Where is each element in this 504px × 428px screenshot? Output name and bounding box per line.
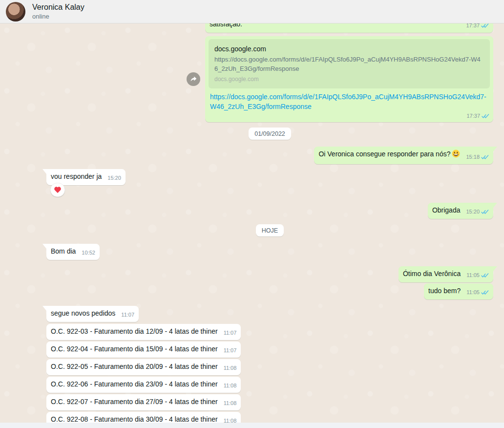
- message-text: Ótimo dia Verônica: [403, 269, 461, 278]
- message-meta: 11:08: [224, 381, 237, 390]
- message-meta: 15:20: [466, 207, 489, 216]
- link-preview-domain: docs.google.com: [214, 75, 484, 84]
- link-preview-title: docs.google.com: [214, 44, 484, 54]
- message-text: tudo bem?: [428, 286, 461, 296]
- message-time: 15:20: [466, 207, 480, 216]
- message-row: 01/09/2022: [46, 128, 493, 140]
- contact-info[interactable]: Veronica Kalay online: [32, 2, 84, 21]
- incoming-message[interactable]: vou responder ja 15:20: [46, 169, 126, 185]
- message-meta: 17:37: [466, 111, 489, 121]
- message-time: 11:08: [224, 364, 237, 373]
- message-row: satisfação. 17:37: [46, 23, 493, 33]
- incoming-message[interactable]: segue novos pedidos 11:07: [46, 306, 139, 322]
- message-text: O.C. 922-04 - Faturamento dia 15/09 - 4 …: [51, 344, 218, 354]
- contact-name: Veronica Kalay: [32, 2, 84, 12]
- outgoing-message[interactable]: Obrigada 15:20: [428, 203, 493, 219]
- incoming-message[interactable]: Bom dia 10:52: [46, 244, 100, 260]
- message-meta: 11:08: [224, 416, 237, 423]
- message-row: HOJE: [46, 224, 493, 236]
- contact-avatar[interactable]: [6, 2, 25, 21]
- message-meta: 17:37: [466, 23, 489, 30]
- message-time: 11:08: [224, 416, 237, 423]
- message-list[interactable]: satisfação. 17:37 docs.google.com: [0, 23, 504, 423]
- message-row: Ótimo dia Verônica 11:05: [46, 266, 493, 282]
- message-text: O.C. 922-08 - Faturamento dia 30/09 - 4 …: [51, 415, 218, 423]
- message-time: 11:07: [224, 346, 237, 355]
- incoming-message[interactable]: O.C. 922-07 - Faturamento dia 27/09 - 4 …: [46, 394, 241, 410]
- incoming-message[interactable]: O.C. 922-05 - Faturamento dia 20/09 - 4 …: [46, 359, 241, 375]
- double-check-icon: [481, 290, 489, 295]
- double-check-icon: [481, 23, 489, 28]
- message-time: 10:52: [82, 248, 95, 257]
- incoming-message[interactable]: O.C. 922-04 - Faturamento dia 15/09 - 4 …: [46, 342, 241, 358]
- date-divider: 01/09/2022: [249, 128, 291, 140]
- message-text: O.C. 922-07 - Faturamento dia 27/09 - 4 …: [51, 397, 218, 407]
- message-text: segue novos pedidos: [51, 309, 115, 318]
- message-time: 11:05: [466, 288, 480, 297]
- message-time: 15:20: [107, 173, 121, 183]
- message-meta: 11:07: [121, 310, 134, 320]
- message-row: tudo bem? 11:05: [46, 283, 493, 300]
- message-meta: 15:20: [107, 173, 121, 183]
- outgoing-link-message[interactable]: docs.google.com https://docs.google.com/…: [205, 36, 493, 122]
- message-text: Oi Veronica consegue responder para nós?: [318, 150, 460, 160]
- message-meta: 11:07: [224, 328, 237, 338]
- message-text: O.C. 922-03 - Faturamento dia 12/09 - 4 …: [51, 327, 218, 336]
- message-meta: 11:08: [224, 364, 237, 373]
- whatsapp-chat-panel: Veronica Kalay online satisfação. 17:37: [0, 0, 504, 428]
- composer-bar: [0, 423, 504, 428]
- heart-reaction[interactable]: [50, 183, 65, 197]
- message-row: O.C. 922-08 - Faturamento dia 30/09 - 4 …: [46, 412, 493, 423]
- double-check-icon: [482, 113, 489, 119]
- message-row: O.C. 922-07 - Faturamento dia 27/09 - 4 …: [46, 394, 493, 410]
- incoming-message[interactable]: O.C. 922-03 - Faturamento dia 12/09 - 4 …: [46, 324, 241, 340]
- heart-icon: [54, 186, 62, 193]
- message-link[interactable]: https://docs.google.com/forms/d/e/1FAIpQ…: [210, 92, 488, 111]
- message-time: 11:07: [121, 310, 134, 320]
- outgoing-message[interactable]: satisfação. 17:37: [205, 23, 493, 33]
- contact-status: online: [32, 12, 84, 21]
- message-time: 11:07: [224, 328, 237, 338]
- message-text: vou responder ja: [51, 172, 102, 181]
- message-row: docs.google.com https://docs.google.com/…: [46, 36, 493, 122]
- message-meta: 15:18: [466, 152, 489, 162]
- message-row: Bom dia 10:52: [46, 244, 493, 260]
- forward-icon[interactable]: [187, 72, 200, 86]
- message-time: 17:37: [466, 111, 480, 121]
- today-divider: HOJE: [256, 224, 284, 236]
- grinning-emoji-icon: [452, 150, 460, 160]
- message-text: O.C. 922-06 - Faturamento dia 23/09 - 4 …: [51, 380, 218, 389]
- message-row: vou responder ja 15:20: [46, 169, 493, 185]
- message-meta: 10:52: [82, 248, 95, 257]
- outgoing-message[interactable]: tudo bem? 11:05: [424, 283, 493, 300]
- message-time: 15:18: [466, 152, 480, 162]
- outgoing-message[interactable]: Ótimo dia Verônica 11:05: [399, 266, 493, 282]
- message-row: O.C. 922-05 - Faturamento dia 20/09 - 4 …: [46, 359, 493, 375]
- message-row: O.C. 922-03 - Faturamento dia 12/09 - 4 …: [46, 324, 493, 340]
- double-check-icon: [481, 154, 489, 160]
- message-text: Obrigada: [432, 206, 461, 215]
- message-meta: 11:07: [224, 346, 237, 355]
- message-meta: 11:05: [466, 271, 489, 280]
- message-text: Bom dia: [51, 247, 76, 256]
- message-row: O.C. 922-06 - Faturamento dia 23/09 - 4 …: [46, 377, 493, 393]
- double-check-icon: [481, 273, 489, 278]
- message-row: Obrigada 15:20: [46, 203, 493, 219]
- message-meta: 11:08: [224, 399, 237, 408]
- incoming-message[interactable]: O.C. 922-08 - Faturamento dia 30/09 - 4 …: [46, 412, 241, 423]
- message-time: 11:08: [224, 381, 237, 390]
- incoming-message[interactable]: O.C. 922-06 - Faturamento dia 23/09 - 4 …: [46, 377, 241, 393]
- forward-arrow-icon: [189, 75, 198, 84]
- message-text: O.C. 922-05 - Faturamento dia 20/09 - 4 …: [51, 362, 218, 371]
- message-meta: 11:05: [466, 288, 489, 297]
- chat-header[interactable]: Veronica Kalay online: [0, 0, 504, 23]
- link-preview-card[interactable]: docs.google.com https://docs.google.com/…: [209, 39, 490, 88]
- link-preview-url: https://docs.google.com/forms/d/e/1FAIpQ…: [214, 55, 484, 73]
- message-time: 11:08: [224, 399, 237, 408]
- message-row: segue novos pedidos 11:07: [46, 306, 493, 322]
- message-row: Oi Veronica consegue responder para nós?…: [46, 147, 493, 164]
- message-time: 17:37: [466, 23, 480, 30]
- message-text: satisfação.: [210, 23, 460, 29]
- message-time: 11:05: [466, 271, 480, 280]
- outgoing-message[interactable]: Oi Veronica consegue responder para nós?…: [314, 147, 493, 164]
